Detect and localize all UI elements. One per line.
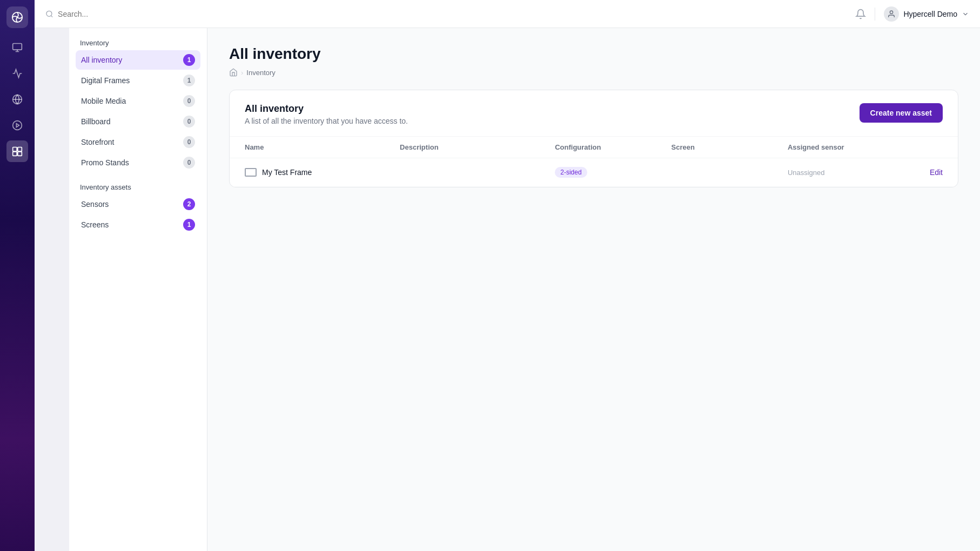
- app-logo[interactable]: [6, 6, 28, 28]
- nav-play[interactable]: [6, 115, 28, 136]
- content-area: All inventory › Inventory All inventory …: [207, 28, 980, 551]
- card-header-text: All inventory A list of all the inventor…: [245, 103, 408, 125]
- sidebar-item-storefront[interactable]: Storefront 0: [76, 132, 200, 152]
- nav-monitor[interactable]: [6, 37, 28, 58]
- sidebar-badge: 0: [183, 95, 195, 107]
- sidebar-item-label: Sensors: [81, 200, 183, 209]
- svg-rect-7: [18, 147, 22, 152]
- avatar: [884, 6, 899, 22]
- config-badge: 2-sided: [555, 167, 587, 178]
- svg-point-12: [890, 11, 893, 14]
- main-layout: Inventory All inventory 1 Digital Frames…: [69, 28, 980, 551]
- home-icon[interactable]: [229, 68, 238, 77]
- col-header-assigned-sensor: Assigned sensor: [788, 143, 943, 151]
- sidebar-badge: 1: [183, 75, 195, 86]
- sidebar: Inventory All inventory 1 Digital Frames…: [69, 28, 207, 551]
- col-header-screen: Screen: [672, 143, 788, 151]
- table-header: Name Description Configuration Screen As…: [230, 137, 958, 158]
- frame-icon: [245, 168, 257, 177]
- cell-configuration: 2-sided: [555, 167, 671, 178]
- svg-point-4: [13, 121, 22, 130]
- col-header-configuration: Configuration: [555, 143, 671, 151]
- sidebar-section-inventory: Inventory: [76, 39, 200, 47]
- asset-name: My Test Frame: [262, 168, 312, 177]
- bell-icon[interactable]: [855, 9, 866, 19]
- cell-name: My Test Frame: [245, 168, 400, 177]
- sidebar-item-label: Promo Stands: [81, 158, 183, 167]
- sidebar-badge: 0: [183, 157, 195, 169]
- sidebar-item-sensors[interactable]: Sensors 2: [76, 194, 200, 214]
- search-icon: [45, 10, 53, 18]
- sidebar-item-label: All inventory: [81, 56, 183, 64]
- nav-analytics[interactable]: [6, 63, 28, 84]
- nav-inventory[interactable]: [6, 140, 28, 162]
- create-new-asset-button[interactable]: Create new asset: [860, 103, 943, 123]
- sidebar-item-label: Mobile Media: [81, 97, 183, 105]
- topbar: Hypercell Demo: [35, 0, 980, 28]
- sidebar-badge: 0: [183, 136, 195, 148]
- svg-marker-5: [16, 124, 19, 127]
- card-title: All inventory: [245, 103, 408, 115]
- breadcrumb-separator: ›: [241, 69, 243, 77]
- col-header-name: Name: [245, 143, 400, 151]
- sidebar-section-assets: Inventory assets: [76, 183, 200, 191]
- chevron-down-icon: [962, 10, 969, 18]
- sidebar-item-all-inventory[interactable]: All inventory 1: [76, 50, 200, 70]
- col-header-description: Description: [400, 143, 555, 151]
- sidebar-item-label: Billboard: [81, 117, 183, 126]
- sidebar-item-digital-frames[interactable]: Digital Frames 1: [76, 71, 200, 90]
- nav-rail: [0, 0, 35, 551]
- sidebar-badge: 2: [183, 198, 195, 210]
- sidebar-badge: 1: [183, 219, 195, 231]
- topbar-divider: [875, 8, 875, 21]
- edit-link[interactable]: Edit: [930, 168, 943, 177]
- cell-sensor: Unassigned Edit: [788, 168, 943, 177]
- breadcrumb-current: Inventory: [246, 69, 275, 77]
- svg-rect-1: [13, 44, 22, 50]
- svg-line-11: [51, 15, 52, 17]
- inventory-card: All inventory A list of all the inventor…: [229, 90, 958, 187]
- table-row: My Test Frame 2-sided Unassigned Edit: [230, 158, 958, 187]
- sidebar-item-mobile-media[interactable]: Mobile Media 0: [76, 91, 200, 111]
- sidebar-item-screens[interactable]: Screens 1: [76, 215, 200, 234]
- nav-globe[interactable]: [6, 89, 28, 110]
- user-name: Hypercell Demo: [903, 10, 957, 18]
- page-title: All inventory: [229, 45, 958, 63]
- topbar-right: Hypercell Demo: [855, 6, 969, 22]
- sidebar-badge: 0: [183, 116, 195, 127]
- sidebar-item-promo-stands[interactable]: Promo Stands 0: [76, 153, 200, 172]
- card-subtitle: A list of all the inventory that you hav…: [245, 117, 408, 125]
- sidebar-badge: 1: [183, 54, 195, 66]
- svg-rect-9: [18, 152, 22, 156]
- sidebar-item-label: Digital Frames: [81, 76, 183, 85]
- user-menu[interactable]: Hypercell Demo: [884, 6, 969, 22]
- sidebar-item-label: Screens: [81, 220, 183, 229]
- svg-rect-8: [13, 152, 17, 156]
- card-header: All inventory A list of all the inventor…: [230, 90, 958, 137]
- svg-rect-6: [13, 147, 17, 152]
- search-input[interactable]: [58, 10, 261, 18]
- breadcrumb: › Inventory: [229, 68, 958, 77]
- sidebar-item-label: Storefront: [81, 138, 183, 146]
- search-container: [45, 10, 261, 18]
- svg-point-10: [46, 11, 52, 16]
- sensor-status: Unassigned: [788, 169, 825, 177]
- sidebar-item-billboard[interactable]: Billboard 0: [76, 112, 200, 131]
